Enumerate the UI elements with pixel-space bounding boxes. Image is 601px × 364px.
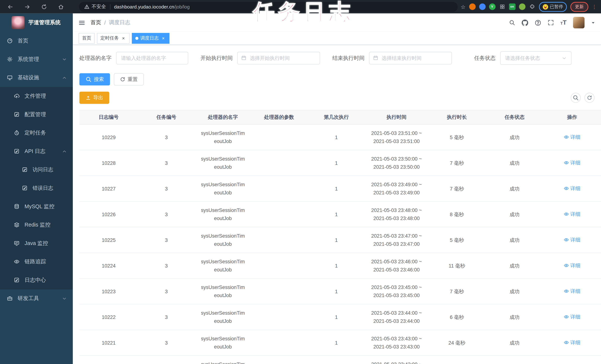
tab-定时任务[interactable]: 定时任务× — [97, 33, 130, 43]
sidebar-item-label: 链路追踪 — [25, 258, 46, 265]
sidebar-item-trace[interactable]: 链路追踪 — [0, 253, 73, 271]
sidebar-item-java[interactable]: Java 监控 — [0, 234, 73, 253]
sidebar-item-infra[interactable]: 基础设施 — [0, 69, 73, 87]
refresh-table-button[interactable] — [585, 93, 594, 103]
cell-execute-time: 2021-05-03 23:42:00 ~2021-05-03 23:42:00 — [366, 355, 427, 364]
column-header-处理器的名字: 处理器的名字 — [195, 110, 251, 124]
sidebar-item-file[interactable]: 文件管理 — [0, 87, 73, 105]
detail-link[interactable]: 详细 — [564, 236, 580, 244]
bookmark-star-icon[interactable]: ☆ — [461, 4, 466, 10]
cell-execute-index: 1 — [307, 330, 366, 355]
detail-link[interactable]: 详细 — [564, 159, 580, 167]
detail-link-label: 详细 — [570, 210, 580, 218]
cloud-upload-icon — [14, 93, 20, 99]
sidebar-item-redis[interactable]: Redis 监控 — [0, 216, 73, 234]
github-icon[interactable] — [522, 20, 528, 26]
sidebar-item-mysql[interactable]: MySQL 监控 — [0, 197, 73, 216]
sidebar-item-api-log[interactable]: API 日志 — [0, 142, 73, 161]
app-logo-row[interactable]: 芋道管理系统 — [0, 13, 73, 32]
active-tab-dot — [135, 37, 138, 40]
extension-icons: Von — [469, 3, 535, 10]
sidebar-item-label: 访问日志 — [32, 166, 53, 173]
extension-grid-icon[interactable] — [499, 3, 505, 10]
sidebar-item-label: 研发工具 — [18, 295, 39, 302]
tab-label: 首页 — [82, 35, 91, 41]
cell-actions: 详细 — [543, 278, 601, 304]
paused-extension-badge[interactable]: 已暂停 — [539, 2, 567, 12]
toggle-search-button[interactable] — [571, 93, 581, 103]
cell-actions: 详细 — [543, 253, 601, 278]
cell-task-id: 3 — [138, 304, 195, 330]
sidebar-item-home[interactable]: 首页 — [0, 32, 73, 50]
table-row: 102233sysUserSessionTimeoutJob12021-05-0… — [79, 278, 601, 304]
cell-execute-index: 1 — [307, 227, 366, 253]
back-icon[interactable] — [5, 4, 16, 10]
extension-orange-icon[interactable] — [469, 3, 475, 10]
edit-icon — [14, 111, 20, 118]
tab-首页[interactable]: 首页 — [79, 33, 95, 43]
detail-link[interactable]: 详细 — [564, 184, 580, 192]
sidebar-item-config[interactable]: 配置管理 — [0, 105, 73, 124]
table-row: 102213sysUserSessionTimeoutJob12021-05-0… — [79, 330, 601, 355]
extension-on-icon[interactable]: on — [509, 3, 515, 10]
detail-link[interactable]: 详细 — [564, 287, 580, 295]
sidebar-item-cron[interactable]: 定时任务 — [0, 124, 73, 142]
breadcrumb-home[interactable]: 首页 — [90, 19, 101, 26]
search-button[interactable]: 搜索 — [79, 73, 110, 85]
avatar-caret-down-icon[interactable] — [591, 20, 595, 25]
hamburger-icon[interactable] — [79, 20, 85, 26]
sidebar-item-error-log[interactable]: 错误日志 — [0, 179, 73, 198]
user-avatar[interactable] — [573, 17, 585, 28]
table-row: 102263sysUserSessionTimeoutJob12021-05-0… — [79, 202, 601, 227]
filter-status-group: 任务状态 请选择任务状态 — [474, 51, 571, 65]
extension-blue-icon[interactable] — [479, 3, 485, 10]
detail-link[interactable]: 详细 — [564, 261, 580, 269]
table-row: 102223sysUserSessionTimeoutJob12021-05-0… — [79, 304, 601, 330]
tab-调度日志[interactable]: 调度日志× — [132, 33, 170, 43]
cell-duration: 7 毫秒 — [427, 176, 486, 202]
browser-menu-icon[interactable]: ⋮ — [592, 4, 597, 10]
forward-icon[interactable] — [21, 4, 33, 10]
search-icon[interactable] — [509, 20, 515, 26]
database-icon — [14, 204, 20, 210]
help-icon[interactable] — [535, 20, 541, 26]
sidebar-item-system[interactable]: 系统管理 — [0, 50, 73, 69]
cell-execute-time: 2021-05-03 23:47:00 ~2021-05-03 23:47:00 — [366, 227, 427, 253]
cell-duration: 7 毫秒 — [427, 150, 486, 176]
handler-name-input[interactable] — [116, 52, 188, 64]
sidebar-item-access-log[interactable]: 访问日志 — [0, 161, 73, 179]
end-time-input[interactable] — [369, 52, 452, 64]
warning-icon — [84, 4, 89, 9]
detail-link[interactable]: 详细 — [564, 313, 580, 321]
filter-end-group: 结束执行时间 — [332, 52, 452, 64]
fullscreen-icon[interactable] — [548, 20, 554, 26]
sidebar-item-log-center[interactable]: 日志中心 — [0, 271, 73, 290]
table-row: 102203sysUserSessionTimeoutJob12021-05-0… — [79, 355, 601, 364]
cell-execute-time: 2021-05-03 23:44:00 ~2021-05-03 23:44:00 — [366, 304, 427, 330]
extension-green-v-icon[interactable]: V — [489, 3, 495, 10]
site-security-chip[interactable]: 不安全 — [84, 3, 106, 10]
font-size-icon[interactable]: TT — [560, 20, 566, 25]
extension-puzzle-icon[interactable] — [529, 3, 535, 10]
reload-icon[interactable] — [38, 4, 50, 10]
start-time-input[interactable] — [237, 52, 320, 64]
detail-link[interactable]: 详细 — [564, 210, 580, 218]
filter-start-group: 开始执行时间 — [200, 52, 320, 64]
url-path: /job/log — [174, 4, 190, 10]
detail-link[interactable]: 详细 — [564, 338, 580, 346]
browser-update-button[interactable]: 更新 — [570, 2, 588, 12]
reset-button[interactable]: 重置 — [114, 73, 144, 85]
column-header-任务编号: 任务编号 — [138, 110, 195, 124]
extension-leaf-icon[interactable] — [519, 3, 525, 10]
detail-link[interactable]: 详细 — [564, 133, 580, 141]
timer-icon — [14, 130, 20, 136]
sidebar-item-devtools[interactable]: 研发工具 — [0, 289, 73, 308]
home-icon[interactable] — [55, 4, 67, 10]
close-icon[interactable]: × — [160, 35, 166, 41]
close-icon[interactable]: × — [121, 35, 126, 41]
breadcrumb: 首页 / 调度日志 — [90, 19, 130, 26]
search-button-label: 搜索 — [94, 76, 104, 83]
export-button[interactable]: 导出 — [79, 92, 109, 104]
task-status-select[interactable]: 请选择任务状态 — [500, 51, 571, 65]
cell-status: 成功 — [486, 330, 543, 355]
